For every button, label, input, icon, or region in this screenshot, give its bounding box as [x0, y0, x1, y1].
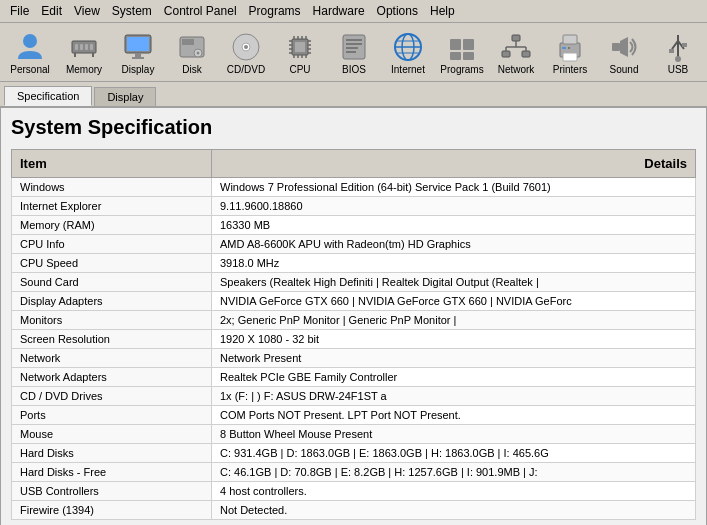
table-row: Network AdaptersRealtek PCIe GBE Family … — [12, 368, 696, 387]
tabs: Specification Display — [0, 82, 707, 108]
menu-help[interactable]: Help — [424, 2, 461, 20]
row-item: CPU Speed — [12, 254, 212, 273]
toolbar-cddvd[interactable]: CD/DVD — [220, 27, 272, 79]
memory-icon — [68, 31, 100, 63]
table-row: Hard Disks - FreeC: 46.1GB | D: 70.8GB |… — [12, 463, 696, 482]
table-row: Screen Resolution1920 X 1080 - 32 bit — [12, 330, 696, 349]
toolbar-memory-label: Memory — [66, 64, 102, 75]
personal-icon — [14, 31, 46, 63]
svg-rect-59 — [563, 35, 577, 44]
toolbar-bios[interactable]: BIOS — [328, 27, 380, 79]
svg-rect-9 — [127, 37, 149, 51]
svg-rect-20 — [295, 42, 305, 52]
page-title: System Specification — [11, 116, 696, 139]
menu-hardware[interactable]: Hardware — [307, 2, 371, 20]
svg-rect-41 — [346, 51, 356, 53]
row-details: C: 931.4GB | D: 1863.0GB | E: 1863.0GB |… — [212, 444, 696, 463]
row-details: 16330 MB — [212, 216, 696, 235]
table-row: CPU Speed3918.0 MHz — [12, 254, 696, 273]
toolbar-disk[interactable]: Disk — [166, 27, 218, 79]
table-row: Hard DisksC: 931.4GB | D: 1863.0GB | E: … — [12, 444, 696, 463]
display-icon — [122, 31, 154, 63]
menu-control-panel[interactable]: Control Panel — [158, 2, 243, 20]
content-area: System Specification Item Details Window… — [0, 108, 707, 525]
toolbar-network[interactable]: Network — [490, 27, 542, 79]
row-details: Windows 7 Professional Edition (64-bit) … — [212, 178, 696, 197]
svg-rect-61 — [562, 47, 566, 49]
svg-rect-47 — [450, 39, 461, 50]
row-item: Firewire (1394) — [12, 501, 212, 520]
row-details: Not Detected. — [212, 501, 696, 520]
tab-display[interactable]: Display — [94, 87, 156, 106]
menu-options[interactable]: Options — [371, 2, 424, 20]
table-row: Memory (RAM)16330 MB — [12, 216, 696, 235]
toolbar-memory[interactable]: Memory — [58, 27, 110, 79]
toolbar-personal[interactable]: Personal — [4, 27, 56, 79]
menubar: File Edit View System Control Panel Prog… — [0, 0, 707, 23]
disk-icon — [176, 31, 208, 63]
svg-rect-13 — [182, 39, 194, 45]
row-item: Screen Resolution — [12, 330, 212, 349]
row-item: Network — [12, 349, 212, 368]
toolbar-printers[interactable]: Printers — [544, 27, 596, 79]
toolbar-cpu[interactable]: CPU — [274, 27, 326, 79]
menu-system[interactable]: System — [106, 2, 158, 20]
svg-rect-63 — [612, 43, 620, 51]
row-details: Speakers (Realtek High Definiti | Realte… — [212, 273, 696, 292]
table-row: Sound CardSpeakers (Realtek High Definit… — [12, 273, 696, 292]
menu-file[interactable]: File — [4, 2, 35, 20]
svg-rect-65 — [682, 43, 687, 47]
toolbar-programs-label: Programs — [440, 64, 483, 75]
row-item: Display Adapters — [12, 292, 212, 311]
toolbar-sound-label: Sound — [610, 64, 639, 75]
menu-view[interactable]: View — [68, 2, 106, 20]
row-item: CD / DVD Drives — [12, 387, 212, 406]
svg-rect-2 — [75, 44, 78, 50]
svg-rect-40 — [346, 47, 358, 49]
svg-rect-4 — [85, 44, 88, 50]
menu-edit[interactable]: Edit — [35, 2, 68, 20]
toolbar-usb[interactable]: USB — [652, 27, 704, 79]
toolbar-sound[interactable]: Sound — [598, 27, 650, 79]
row-details: 2x; Generic PnP Monitor | Generic PnP Mo… — [212, 311, 696, 330]
table-row: Display AdaptersNVIDIA GeForce GTX 660 |… — [12, 292, 696, 311]
table-row: Mouse8 Button Wheel Mouse Present — [12, 425, 696, 444]
row-item: Windows — [12, 178, 212, 197]
col-header-details: Details — [212, 150, 696, 178]
svg-rect-6 — [74, 53, 76, 57]
row-item: Network Adapters — [12, 368, 212, 387]
toolbar-programs[interactable]: Programs — [436, 27, 488, 79]
toolbar-bios-label: BIOS — [342, 64, 366, 75]
svg-rect-60 — [563, 53, 577, 61]
svg-rect-11 — [132, 57, 144, 59]
row-item: Hard Disks — [12, 444, 212, 463]
svg-rect-10 — [135, 53, 141, 57]
toolbar-internet[interactable]: Internet — [382, 27, 434, 79]
row-item: Mouse — [12, 425, 212, 444]
toolbar-internet-label: Internet — [391, 64, 425, 75]
row-details: 1x (F: | ) F: ASUS DRW-24F1ST a — [212, 387, 696, 406]
svg-point-67 — [675, 56, 681, 62]
svg-rect-48 — [463, 39, 474, 50]
row-details: COM Ports NOT Present. LPT Port NOT Pres… — [212, 406, 696, 425]
row-details: Realtek PCIe GBE Family Controller — [212, 368, 696, 387]
bios-icon — [338, 31, 370, 63]
table-row: PortsCOM Ports NOT Present. LPT Port NOT… — [12, 406, 696, 425]
row-details: 1920 X 1080 - 32 bit — [212, 330, 696, 349]
toolbar-display[interactable]: Display — [112, 27, 164, 79]
table-row: CD / DVD Drives1x (F: | ) F: ASUS DRW-24… — [12, 387, 696, 406]
svg-rect-39 — [346, 43, 362, 45]
row-item: USB Controllers — [12, 482, 212, 501]
toolbar-display-label: Display — [122, 64, 155, 75]
row-item: Internet Explorer — [12, 197, 212, 216]
network-icon — [500, 31, 532, 63]
table-row: Firewire (1394)Not Detected. — [12, 501, 696, 520]
toolbar-disk-label: Disk — [182, 64, 201, 75]
menu-programs[interactable]: Programs — [243, 2, 307, 20]
sound-icon — [608, 31, 640, 63]
row-details: 3918.0 MHz — [212, 254, 696, 273]
table-row: Internet Explorer9.11.9600.18860 — [12, 197, 696, 216]
tab-specification[interactable]: Specification — [4, 86, 92, 106]
row-details: 8 Button Wheel Mouse Present — [212, 425, 696, 444]
row-details: Network Present — [212, 349, 696, 368]
